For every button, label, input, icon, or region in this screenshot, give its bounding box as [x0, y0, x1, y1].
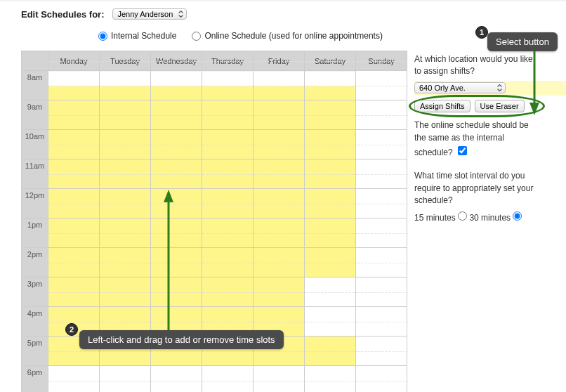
day-header: Thursday — [202, 51, 254, 71]
grid-corner — [22, 51, 48, 71]
day-header: Friday — [254, 51, 305, 71]
grid-cell[interactable] — [356, 366, 407, 393]
grid-cell[interactable] — [100, 277, 151, 307]
grid-cell[interactable] — [254, 366, 305, 393]
annotation-text-2: Left-click and drag to add or remove tim… — [79, 330, 284, 349]
grid-cell[interactable] — [254, 130, 305, 159]
grid-cell[interactable] — [305, 100, 356, 130]
grid-cell[interactable] — [305, 277, 356, 307]
grid-cell[interactable] — [305, 218, 356, 248]
grid-cell[interactable] — [151, 130, 202, 159]
grid-cell[interactable] — [151, 248, 202, 277]
grid-cell[interactable] — [202, 277, 254, 307]
grid-cell[interactable] — [356, 71, 407, 100]
hour-label: 10am — [22, 130, 48, 159]
grid-cell[interactable] — [305, 189, 356, 218]
grid-cell[interactable] — [48, 71, 100, 100]
interval-15-label: 15 minutes — [414, 213, 456, 223]
grid-cell[interactable] — [305, 366, 356, 393]
schedule-type-online-radio[interactable] — [192, 32, 201, 41]
grid-cell[interactable] — [100, 366, 151, 393]
hour-label: 1pm — [22, 218, 48, 248]
interval-15-radio[interactable] — [458, 211, 467, 221]
day-header: Monday — [48, 51, 100, 71]
interval-question: What time slot interval do you require t… — [414, 170, 541, 207]
grid-cell[interactable] — [48, 366, 100, 393]
annotation-badge-2: 2 — [65, 323, 78, 336]
hour-label: 8am — [22, 71, 48, 100]
grid-cell[interactable] — [48, 277, 100, 307]
grid-cell[interactable] — [202, 71, 254, 100]
grid-cell[interactable] — [305, 130, 356, 159]
grid-cell[interactable] — [254, 277, 305, 307]
grid-cell[interactable] — [254, 218, 305, 248]
grid-cell[interactable] — [356, 337, 407, 366]
day-header: Sunday — [356, 51, 407, 71]
grid-cell[interactable] — [100, 189, 151, 218]
grid-cell[interactable] — [100, 100, 151, 130]
page-title: Edit Schedules for: — [21, 9, 107, 20]
hour-label: 12pm — [22, 189, 48, 218]
schedule-type-internal-radio[interactable] — [98, 32, 107, 41]
grid-cell[interactable] — [48, 130, 100, 159]
same-schedule-question: The online schedule should be the same a… — [414, 120, 529, 157]
grid-cell[interactable] — [151, 159, 202, 189]
schedule-type-internal[interactable]: Internal Schedule — [98, 31, 176, 41]
grid-cell[interactable] — [305, 248, 356, 277]
grid-cell[interactable] — [356, 159, 407, 189]
grid-cell[interactable] — [151, 366, 202, 393]
schedule-type-internal-label: Internal Schedule — [111, 31, 176, 41]
grid-cell[interactable] — [151, 100, 202, 130]
grid-cell[interactable] — [356, 307, 407, 337]
grid-cell[interactable] — [202, 366, 254, 393]
grid-cell[interactable] — [100, 218, 151, 248]
grid-cell[interactable] — [100, 159, 151, 189]
grid-cell[interactable] — [151, 218, 202, 248]
grid-cell[interactable] — [100, 130, 151, 159]
grid-cell[interactable] — [202, 100, 254, 130]
annotation-text-1: Select button — [487, 32, 558, 51]
grid-cell[interactable] — [100, 248, 151, 277]
grid-cell[interactable] — [100, 71, 151, 100]
interval-30-label: 30 minutes — [469, 213, 511, 223]
grid-cell[interactable] — [151, 189, 202, 218]
grid-cell[interactable] — [151, 71, 202, 100]
grid-cell[interactable] — [356, 100, 407, 130]
use-eraser-button[interactable]: Use Eraser — [475, 100, 525, 112]
grid-cell[interactable] — [254, 189, 305, 218]
grid-cell[interactable] — [305, 307, 356, 337]
schedule-type-online[interactable]: Online Schedule (used for online appoint… — [192, 31, 383, 41]
grid-cell[interactable] — [254, 71, 305, 100]
grid-cell[interactable] — [254, 159, 305, 189]
grid-cell[interactable] — [305, 71, 356, 100]
hour-label: 2pm — [22, 248, 48, 277]
grid-cell[interactable] — [151, 277, 202, 307]
grid-cell[interactable] — [254, 100, 305, 130]
grid-cell[interactable] — [305, 337, 356, 366]
grid-cell[interactable] — [356, 130, 407, 159]
same-schedule-checkbox[interactable] — [458, 146, 467, 155]
grid-cell[interactable] — [48, 248, 100, 277]
grid-cell[interactable] — [356, 189, 407, 218]
grid-cell[interactable] — [202, 248, 254, 277]
assign-shifts-button[interactable]: Assign Shifts — [414, 100, 470, 112]
location-question: At which location would you like to assi… — [414, 53, 541, 78]
grid-cell[interactable] — [48, 159, 100, 189]
day-header: Wednesday — [151, 51, 202, 71]
grid-cell[interactable] — [356, 277, 407, 307]
grid-cell[interactable] — [48, 218, 100, 248]
employee-select[interactable]: Jenny Anderson — [112, 8, 187, 20]
grid-cell[interactable] — [202, 159, 254, 189]
interval-30-radio[interactable] — [513, 211, 522, 221]
grid-cell[interactable] — [202, 130, 254, 159]
grid-cell[interactable] — [48, 100, 100, 130]
grid-cell[interactable] — [202, 189, 254, 218]
grid-cell[interactable] — [356, 218, 407, 248]
grid-cell[interactable] — [202, 218, 254, 248]
grid-cell[interactable] — [48, 189, 100, 218]
location-select[interactable]: 640 Orly Ave. — [414, 82, 506, 93]
annotation-arrow-1 — [529, 51, 539, 115]
grid-cell[interactable] — [254, 248, 305, 277]
grid-cell[interactable] — [356, 248, 407, 277]
grid-cell[interactable] — [305, 159, 356, 189]
